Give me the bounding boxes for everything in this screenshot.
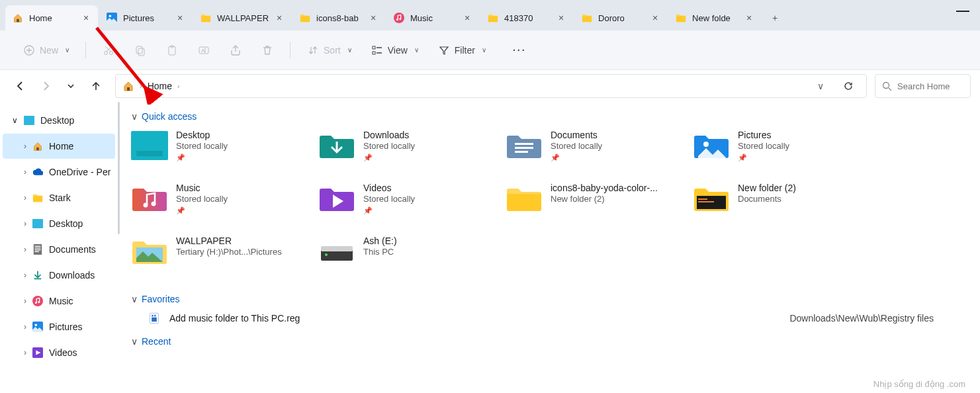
tab-label: icons8-bab bbox=[316, 13, 359, 23]
sidebar-item-downloads[interactable]: ›Downloads bbox=[3, 263, 115, 288]
quick-item[interactable]: DesktopStored locally📌 bbox=[131, 130, 306, 176]
close-icon[interactable]: × bbox=[650, 13, 660, 23]
svg-point-41 bbox=[152, 202, 156, 206]
sort-button[interactable]: Sort∨ bbox=[300, 39, 359, 62]
folder-thumb bbox=[131, 184, 168, 213]
up-button[interactable] bbox=[85, 75, 107, 97]
sidebar-item-label: Pictures bbox=[49, 322, 83, 332]
sidebar-item-documents[interactable]: ›Documents bbox=[3, 237, 115, 262]
view-button[interactable]: View∨ bbox=[364, 39, 425, 62]
section-favorites[interactable]: ∨Favorites bbox=[131, 294, 980, 304]
share-button[interactable] bbox=[222, 39, 249, 62]
quick-item[interactable]: VideosStored locally📌 bbox=[318, 183, 494, 229]
sidebar-item-label: Music bbox=[49, 296, 73, 306]
tab-home[interactable]: Home× bbox=[5, 5, 98, 30]
tab-dororo[interactable]: Dororo× bbox=[574, 5, 667, 30]
close-icon[interactable]: × bbox=[368, 13, 379, 23]
tab-icons8-bab[interactable]: icons8-bab× bbox=[292, 5, 385, 30]
close-icon[interactable]: × bbox=[175, 13, 185, 23]
tab-newfolde[interactable]: New folde× bbox=[668, 5, 761, 30]
chevron-right-icon: › bbox=[24, 219, 26, 228]
quick-item[interactable]: New folder (2)Documents bbox=[693, 183, 868, 229]
section-quick-access[interactable]: ∨Quick access bbox=[131, 111, 980, 122]
filter-button[interactable]: Filter∨ bbox=[431, 39, 493, 62]
close-icon[interactable]: × bbox=[462, 13, 472, 23]
new-tab-button[interactable]: + bbox=[768, 11, 782, 25]
delete-button[interactable] bbox=[254, 39, 281, 62]
item-name: Ash (E:) bbox=[363, 236, 397, 246]
chevron-right-icon: › bbox=[24, 245, 26, 254]
svg-rect-50 bbox=[152, 318, 157, 322]
chevron-right-icon: › bbox=[177, 82, 180, 90]
paste-button[interactable] bbox=[159, 39, 185, 62]
cut-button[interactable] bbox=[95, 39, 122, 62]
sidebar-item-desktop[interactable]: ›Desktop bbox=[3, 211, 115, 236]
folder-icon bbox=[487, 12, 499, 24]
breadcrumb-bar[interactable]: › Home › ∨ bbox=[115, 74, 867, 98]
picture-icon bbox=[106, 12, 118, 24]
more-icon: ··· bbox=[513, 45, 527, 56]
forward-button[interactable] bbox=[34, 75, 57, 97]
close-icon[interactable]: × bbox=[274, 13, 285, 23]
sidebar-item-videos[interactable]: ›Videos bbox=[3, 340, 115, 365]
tab-bar: Home×Pictures×WALLPAPER×icons8-bab×Music… bbox=[0, 0, 980, 30]
breadcrumb-dropdown[interactable]: ∨ bbox=[809, 75, 832, 97]
breadcrumb-segment[interactable]: Home bbox=[148, 81, 172, 91]
sidebar-item-onedriveper[interactable]: ›OneDrive - Per bbox=[3, 159, 115, 185]
item-sub: This PC bbox=[363, 247, 397, 257]
pin-icon: 📌 bbox=[176, 153, 228, 162]
tab-music[interactable]: Music× bbox=[386, 5, 479, 30]
close-icon[interactable]: × bbox=[556, 13, 566, 23]
pin-icon: 📌 bbox=[738, 153, 789, 162]
rename-icon: A bbox=[197, 44, 210, 57]
quick-item[interactable]: PicturesStored locally📌 bbox=[693, 130, 868, 176]
pin-icon: 📌 bbox=[363, 153, 415, 162]
new-button[interactable]: New∨ bbox=[16, 39, 76, 62]
svg-rect-17 bbox=[373, 52, 375, 54]
close-icon[interactable]: × bbox=[81, 13, 91, 23]
quick-item[interactable]: icons8-baby-yoda-color-...New folder (2) bbox=[506, 183, 681, 229]
copy-button[interactable] bbox=[127, 39, 154, 62]
tab-pictures[interactable]: Pictures× bbox=[99, 5, 192, 30]
back-button[interactable] bbox=[9, 75, 32, 97]
quick-item[interactable]: DownloadsStored locally📌 bbox=[318, 130, 494, 176]
sidebar-item-music[interactable]: ›Music bbox=[3, 288, 115, 314]
view-icon bbox=[371, 44, 384, 57]
quick-item[interactable]: Ash (E:)This PC bbox=[318, 236, 494, 282]
down-icon bbox=[32, 269, 44, 281]
more-button[interactable]: ··· bbox=[506, 39, 533, 62]
scrollbar-indicator[interactable] bbox=[118, 102, 120, 234]
tab-418370[interactable]: 418370× bbox=[480, 5, 573, 30]
search-input[interactable] bbox=[897, 81, 963, 91]
search-box[interactable] bbox=[875, 74, 971, 98]
svg-rect-47 bbox=[321, 246, 353, 251]
sidebar-item-label: Stark bbox=[49, 193, 71, 203]
svg-point-48 bbox=[325, 253, 328, 256]
rename-button[interactable]: A bbox=[191, 39, 217, 62]
svg-point-52 bbox=[154, 315, 156, 317]
svg-rect-20 bbox=[24, 116, 34, 125]
refresh-button[interactable] bbox=[837, 75, 860, 97]
tab-wallpaper[interactable]: WALLPAPER× bbox=[193, 5, 291, 30]
section-recent[interactable]: ∨Recent bbox=[131, 336, 980, 347]
svg-rect-26 bbox=[35, 249, 41, 250]
desktop-icon bbox=[32, 218, 44, 230]
close-icon[interactable]: × bbox=[744, 13, 754, 23]
item-sub: Stored locally bbox=[363, 194, 415, 204]
folder-icon bbox=[299, 12, 311, 24]
doc-icon bbox=[32, 243, 44, 255]
svg-point-29 bbox=[35, 302, 37, 304]
sidebar-root-desktop[interactable]: ∨ Desktop bbox=[3, 108, 115, 133]
sidebar-item-home[interactable]: ›Home bbox=[3, 134, 115, 159]
sidebar-item-pictures[interactable]: ›Pictures bbox=[3, 314, 115, 339]
quick-item[interactable]: WALLPAPERTertiary (H:)\Phot...\Pictures bbox=[131, 236, 306, 282]
quick-item[interactable]: MusicStored locally📌 bbox=[131, 183, 306, 229]
sidebar-item-stark[interactable]: ›Stark bbox=[3, 185, 115, 210]
quick-item[interactable]: DocumentsStored locally📌 bbox=[506, 130, 681, 176]
favorite-item[interactable]: Add music folder to This PC.reg Download… bbox=[131, 312, 980, 324]
window-minimize[interactable] bbox=[956, 11, 969, 12]
sort-icon bbox=[306, 44, 320, 57]
chevron-right-icon: › bbox=[24, 348, 26, 357]
folder-thumb bbox=[318, 184, 355, 213]
recent-dropdown[interactable] bbox=[60, 75, 82, 97]
